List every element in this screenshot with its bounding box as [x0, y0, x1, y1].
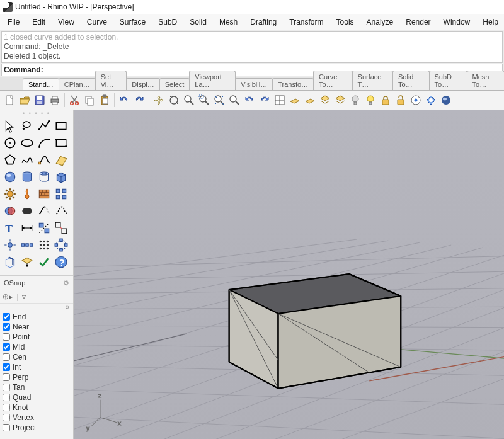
align-icon[interactable] — [36, 220, 52, 236]
dimension-icon[interactable] — [19, 220, 35, 236]
four-viewports-icon[interactable] — [273, 93, 287, 107]
osnap-checkbox[interactable] — [3, 353, 10, 361]
menu-analyze[interactable]: Analyze — [360, 16, 400, 28]
box-icon[interactable] — [53, 169, 69, 185]
paste-icon[interactable] — [98, 93, 112, 107]
osnap-quad[interactable]: Quad — [3, 392, 71, 402]
tab-meshtools[interactable]: Mesh To… — [467, 71, 504, 90]
tab-curvetools[interactable]: Curve To… — [313, 71, 352, 90]
osnap-checkbox[interactable] — [3, 414, 10, 421]
zoom-extents-icon[interactable] — [212, 93, 226, 107]
tab-setview[interactable]: Set Vi… — [95, 71, 127, 90]
lock-icon[interactable] — [379, 93, 392, 107]
tab-surfacetools[interactable]: Surface T… — [352, 71, 393, 90]
open-file-icon[interactable] — [18, 93, 32, 107]
gear-icon[interactable]: ⚙ — [63, 279, 69, 287]
polyline-icon[interactable] — [36, 118, 52, 134]
undo-icon[interactable] — [117, 93, 131, 107]
osnap-point[interactable]: Point — [3, 332, 71, 342]
properties-icon[interactable] — [409, 93, 423, 107]
osnap-checkbox[interactable] — [3, 384, 10, 391]
osnap-cursor-icon[interactable]: ⊕▸ — [3, 292, 13, 301]
menu-edit[interactable]: Edit — [26, 16, 52, 28]
osnap-filter-icon[interactable]: ▿ — [22, 292, 26, 301]
grid-icon[interactable] — [36, 237, 52, 253]
zoom-window-icon[interactable] — [197, 93, 211, 107]
pan-icon[interactable] — [152, 93, 166, 107]
osnap-checkbox[interactable] — [3, 343, 10, 351]
rectangle-icon[interactable] — [53, 118, 69, 134]
hide-icon[interactable] — [348, 93, 362, 107]
check-icon[interactable] — [36, 254, 52, 270]
osnap-tan[interactable]: Tan — [3, 382, 71, 392]
show-icon[interactable] — [364, 93, 377, 107]
array-polar-icon[interactable] — [53, 237, 69, 253]
explode-icon[interactable] — [2, 237, 18, 253]
menu-drafting[interactable]: Drafting — [244, 16, 283, 28]
tab-solidtools[interactable]: Solid To… — [392, 71, 430, 90]
unlock-icon[interactable] — [394, 93, 408, 107]
save-file-icon[interactable] — [33, 93, 47, 107]
tab-display[interactable]: Displ… — [126, 78, 159, 90]
rect-corner-icon[interactable] — [53, 135, 69, 151]
new-file-icon[interactable] — [3, 93, 16, 107]
osnap-near[interactable]: Near — [3, 322, 71, 332]
menu-transform[interactable]: Transform — [283, 16, 329, 28]
array-linear-icon[interactable] — [19, 237, 35, 253]
osnap-checkbox[interactable] — [3, 313, 10, 321]
menu-subd[interactable]: SubD — [152, 16, 183, 28]
menu-view[interactable]: View — [52, 16, 81, 28]
pointer-icon[interactable] — [2, 118, 18, 134]
perspective-viewport[interactable]: Perspective ▾ — [74, 110, 504, 439]
gear-icon[interactable] — [2, 186, 18, 202]
layers-icon[interactable] — [333, 93, 347, 107]
zoom-target-icon[interactable] — [227, 93, 241, 107]
shade-icon[interactable] — [439, 93, 453, 107]
ellipse-icon[interactable] — [19, 135, 35, 151]
blend-icon[interactable] — [19, 203, 35, 219]
rotate-view-icon[interactable] — [167, 93, 181, 107]
surface-corner-icon[interactable] — [53, 152, 69, 168]
cut-icon[interactable] — [67, 93, 81, 107]
named-view-icon[interactable] — [318, 93, 332, 107]
menu-help[interactable]: Help — [476, 16, 504, 28]
menu-curve[interactable]: Curve — [81, 16, 113, 28]
osnap-checkbox[interactable] — [3, 404, 10, 411]
redo-icon[interactable] — [132, 93, 146, 107]
print-icon[interactable] — [48, 93, 62, 107]
arc-icon[interactable] — [36, 135, 52, 151]
menu-file[interactable]: File — [1, 16, 26, 28]
osnap-vertex[interactable]: Vertex — [3, 413, 71, 423]
cylinder-icon[interactable] — [19, 169, 35, 185]
extend-curve-icon[interactable] — [53, 203, 69, 219]
tube-icon[interactable] — [36, 169, 52, 185]
osnap-checkbox[interactable] — [3, 363, 10, 371]
osnap-mid[interactable]: Mid — [3, 342, 71, 352]
extract-icon[interactable] — [2, 254, 18, 270]
menu-render[interactable]: Render — [399, 16, 437, 28]
osnap-checkbox[interactable] — [3, 424, 10, 431]
osnap-checkbox[interactable] — [3, 323, 10, 331]
freeform-icon[interactable] — [19, 152, 35, 168]
osnap-end[interactable]: End — [3, 312, 71, 322]
circle-icon[interactable] — [2, 135, 18, 151]
osnap-perp[interactable]: Perp — [3, 372, 71, 382]
osnap-checkbox[interactable] — [3, 333, 10, 341]
osnap-checkbox[interactable] — [3, 373, 10, 381]
text-icon[interactable] — [2, 220, 18, 236]
tab-standard[interactable]: Stand… — [23, 78, 59, 90]
tab-viewportlayout[interactable]: Viewport La… — [189, 71, 236, 90]
trim-curve-icon[interactable] — [36, 203, 52, 219]
undo-view-icon[interactable] — [243, 93, 256, 107]
osnap-project[interactable]: Project — [3, 423, 71, 433]
tab-visibility[interactable]: Visibili… — [235, 78, 273, 90]
tab-select[interactable]: Select — [159, 78, 190, 90]
wall-icon[interactable] — [36, 186, 52, 202]
ungroup-icon[interactable] — [53, 220, 69, 236]
menu-tools[interactable]: Tools — [330, 16, 360, 28]
lasso-icon[interactable] — [19, 118, 35, 134]
sphere-icon[interactable] — [2, 169, 18, 185]
boolean-icon[interactable] — [2, 203, 18, 219]
menu-solid[interactable]: Solid — [183, 16, 213, 28]
polygon-icon[interactable] — [2, 152, 18, 168]
